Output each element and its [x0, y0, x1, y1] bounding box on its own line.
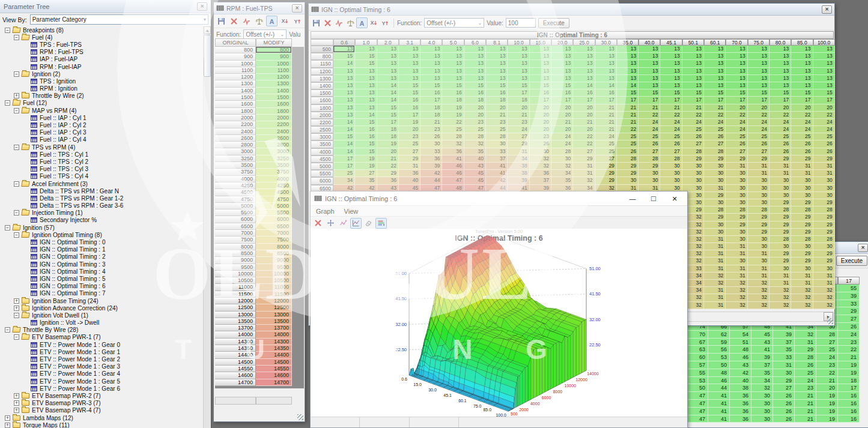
- table-cell[interactable]: 18: [838, 377, 860, 385]
- modify-cell[interactable]: 1000: [256, 61, 292, 67]
- table-cell[interactable]: 22: [660, 112, 682, 119]
- table-cell[interactable]: 47: [687, 392, 708, 400]
- table-cell[interactable]: 20: [530, 104, 551, 112]
- table-cell[interactable]: 32: [813, 294, 835, 301]
- column-header[interactable]: 100.0: [813, 39, 835, 46]
- table-cell[interactable]: 13: [573, 60, 595, 67]
- table-cell[interactable]: 31: [726, 250, 747, 258]
- original-cell[interactable]: 800: [215, 47, 256, 53]
- collapse-icon[interactable]: −: [14, 232, 19, 238]
- tree-item[interactable]: −Ignition Optimal Timing (8): [0, 231, 203, 238]
- modify-cell[interactable]: 14300: [256, 339, 292, 345]
- modify-cell[interactable]: 14500: [256, 359, 292, 366]
- column-header[interactable]: 15.0: [530, 39, 551, 46]
- table-cell[interactable]: 17: [748, 97, 769, 104]
- modify-cell[interactable]: 1400: [256, 88, 292, 94]
- table-cell[interactable]: 28: [442, 133, 464, 140]
- original-cell[interactable]: 14350: [215, 345, 256, 352]
- table-cell[interactable]: 13: [769, 75, 791, 82]
- table-cell[interactable]: 28: [682, 148, 704, 155]
- pan-icon[interactable]: [325, 218, 336, 229]
- table-cell[interactable]: 30: [813, 265, 835, 273]
- table-cell[interactable]: 41: [751, 346, 773, 354]
- compare-icon[interactable]: [253, 16, 265, 26]
- column-header[interactable]: 35.0: [617, 39, 639, 46]
- table-cell[interactable]: 13: [791, 46, 813, 53]
- table-cell[interactable]: 21: [508, 112, 529, 119]
- table-cell[interactable]: 29: [726, 214, 747, 221]
- maximize-icon[interactable]: □: [645, 193, 663, 205]
- table-cell[interactable]: 13: [660, 82, 682, 89]
- row-header[interactable]: 2200: [311, 119, 333, 126]
- table-cell[interactable]: 16: [838, 400, 860, 408]
- modify-cell[interactable]: 2400: [256, 128, 292, 135]
- close-icon[interactable]: ✕: [858, 244, 868, 252]
- table-cell[interactable]: 30: [773, 369, 795, 377]
- tree-item[interactable]: TPS : Ignition: [0, 77, 203, 85]
- table-cell[interactable]: 29: [639, 163, 660, 170]
- table-cell[interactable]: 32: [769, 294, 791, 301]
- table-cell[interactable]: 56: [708, 346, 730, 354]
- table-cell[interactable]: 13: [726, 68, 747, 75]
- original-cell[interactable]: 1600: [215, 101, 256, 107]
- table-cell[interactable]: 33: [420, 148, 442, 155]
- table-cell[interactable]: 17: [838, 384, 860, 392]
- scrollbar-thumb[interactable]: [204, 35, 211, 77]
- table-cell[interactable]: 26: [813, 140, 835, 148]
- tree-item[interactable]: ETV :: Power Mode 1 : Gear 0: [0, 341, 203, 348]
- table-cell[interactable]: 32: [726, 287, 747, 294]
- table-cell[interactable]: 45: [464, 177, 486, 184]
- table-cell[interactable]: 15: [420, 82, 442, 89]
- table-cell[interactable]: 32: [791, 287, 813, 294]
- table-cell[interactable]: 13: [726, 82, 747, 89]
- table-cell[interactable]: 32: [442, 140, 464, 148]
- table-cell[interactable]: 25: [769, 133, 791, 140]
- table-cell[interactable]: 28: [813, 206, 835, 214]
- tree-item[interactable]: RPM : Ignition: [0, 85, 203, 92]
- original-cell[interactable]: 2400: [215, 128, 256, 135]
- table-cell[interactable]: 17: [399, 112, 420, 119]
- table-cell[interactable]: 26: [773, 392, 795, 400]
- table-cell[interactable]: 30: [813, 192, 835, 199]
- table-cell[interactable]: 27: [508, 133, 529, 140]
- original-cell[interactable]: 7000: [215, 230, 256, 237]
- table-cell[interactable]: 14: [333, 148, 355, 155]
- table-cell[interactable]: 16: [486, 89, 508, 97]
- table-cell[interactable]: 24: [726, 126, 747, 133]
- original-cell[interactable]: 4500: [215, 189, 256, 196]
- table-cell[interactable]: 29: [791, 199, 813, 206]
- table-cell[interactable]: 30: [769, 185, 791, 192]
- table-cell[interactable]: 28: [791, 236, 813, 243]
- table-cell[interactable]: 47: [442, 177, 464, 184]
- table-cell[interactable]: 13: [573, 53, 595, 60]
- table-cell[interactable]: 13: [508, 60, 529, 67]
- modify-cell[interactable]: 10500: [256, 277, 292, 284]
- select-all-icon[interactable]: [266, 16, 278, 26]
- table-cell[interactable]: 27: [660, 148, 682, 155]
- table-cell[interactable]: 36: [442, 148, 464, 155]
- tree-item[interactable]: +Lambda Maps (12): [0, 414, 203, 421]
- original-cell[interactable]: 14700: [215, 379, 256, 386]
- x-axis-icon[interactable]: [279, 16, 290, 26]
- table-cell[interactable]: 13: [748, 46, 769, 53]
- table-cell[interactable]: 27: [704, 140, 726, 148]
- column-header[interactable]: 60.1: [704, 39, 726, 46]
- table-cell[interactable]: 16: [573, 89, 595, 97]
- original-cell[interactable]: 4750: [215, 196, 256, 203]
- original-cell[interactable]: 12000: [215, 298, 256, 304]
- table-cell[interactable]: 13: [486, 46, 508, 53]
- table-cell[interactable]: 15: [530, 82, 551, 89]
- table-cell[interactable]: 13: [660, 75, 682, 82]
- row-header[interactable]: 6000: [311, 177, 333, 184]
- table-cell[interactable]: 46: [730, 354, 751, 361]
- tree-item[interactable]: −Ignition (2): [0, 70, 203, 77]
- table-cell[interactable]: 15: [486, 82, 508, 89]
- tree-item[interactable]: IGN :: Optimal Timing : 0: [0, 238, 203, 246]
- table-cell[interactable]: 29: [813, 258, 835, 265]
- value-input[interactable]: 100: [506, 18, 536, 28]
- table-cell[interactable]: 28: [726, 206, 747, 214]
- table-cell[interactable]: 53: [708, 354, 730, 361]
- modify-cell[interactable]: 11000: [256, 284, 292, 291]
- original-cell[interactable]: 1200: [215, 74, 256, 80]
- table-cell[interactable]: 13: [813, 82, 835, 89]
